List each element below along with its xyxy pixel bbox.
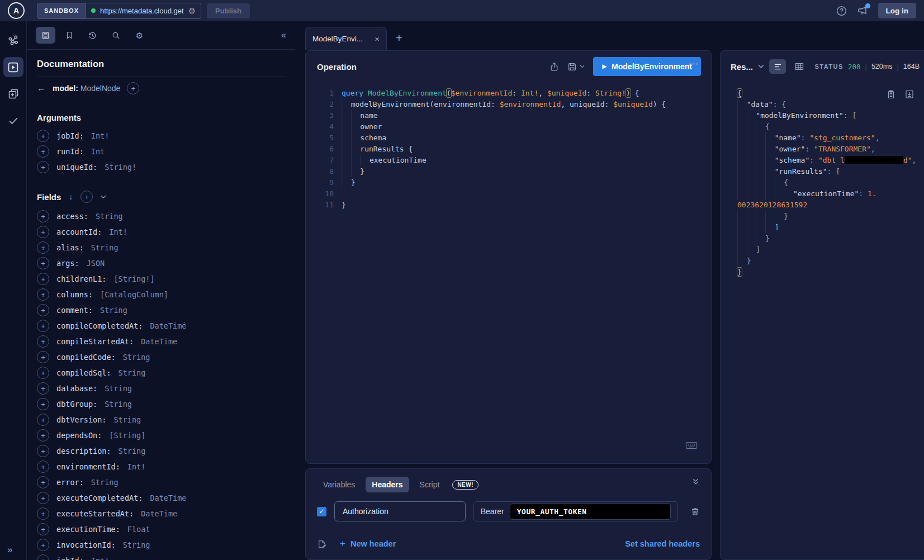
field-type-link[interactable]: Int! — [109, 227, 127, 236]
download-response-icon[interactable] — [905, 89, 914, 99]
add-field-button[interactable]: + — [37, 145, 49, 158]
save-icon[interactable] — [567, 62, 577, 72]
code-line[interactable]: 5 schema — [306, 132, 711, 144]
delete-header-icon[interactable] — [690, 507, 700, 516]
field-type-link[interactable]: Float — [127, 525, 150, 534]
field-type-link[interactable]: Int! — [91, 556, 110, 560]
response-dropdown-chevron-icon[interactable] — [758, 64, 764, 69]
raw-view-toggle-icon[interactable] — [769, 59, 786, 74]
add-field-button[interactable]: + — [37, 398, 49, 410]
code-line[interactable]: 6 runResults { — [306, 144, 711, 155]
tab-headers[interactable]: Headers — [366, 477, 409, 492]
header-enabled-checkbox[interactable]: ✓ — [317, 507, 326, 516]
bookmarks-icon[interactable] — [59, 27, 79, 44]
add-field-button[interactable]: + — [37, 414, 49, 426]
code-line[interactable]: 10 — [306, 188, 711, 200]
add-field-button[interactable]: + — [37, 273, 49, 285]
field-type-link[interactable]: String — [123, 353, 150, 362]
field-name-link[interactable]: compileStartedAt: — [56, 337, 134, 346]
tab-variables[interactable]: Variables — [317, 477, 361, 492]
schema-graph-icon[interactable] — [3, 30, 23, 50]
editor-more-icon[interactable]: ••• — [688, 60, 699, 68]
checks-icon[interactable] — [3, 111, 23, 131]
field-name-link[interactable]: error: — [56, 478, 84, 487]
field-name-link[interactable]: database: — [56, 384, 97, 393]
field-name-link[interactable]: uniqueId: — [56, 163, 97, 172]
field-name-link[interactable]: dbtVersion: — [56, 415, 106, 424]
add-field-button[interactable]: + — [37, 429, 49, 442]
help-icon[interactable] — [836, 6, 847, 16]
back-icon[interactable]: ← — [37, 83, 46, 93]
field-type-link[interactable]: String — [119, 447, 146, 455]
field-name-link[interactable]: environmentId: — [56, 462, 120, 471]
field-type-link[interactable]: Int — [91, 147, 105, 156]
collapse-bottom-panel-icon[interactable] — [691, 478, 700, 486]
field-name-link[interactable]: alias: — [56, 243, 84, 252]
field-name-link[interactable]: childrenL1: — [56, 274, 106, 283]
add-field-button[interactable]: + — [37, 523, 49, 535]
field-type-link[interactable]: Int! — [91, 131, 110, 140]
share-operation-icon[interactable] — [549, 62, 559, 72]
code-line[interactable]: 11} — [306, 200, 711, 211]
field-name-link[interactable]: description: — [56, 447, 111, 455]
field-type-link[interactable]: DateTime — [150, 493, 186, 502]
field-type-link[interactable]: JSON — [87, 259, 105, 268]
field-name-link[interactable]: jobId: — [56, 131, 84, 140]
field-name-link[interactable]: comment: — [56, 306, 93, 315]
add-field-button[interactable]: + — [37, 507, 49, 520]
copy-response-icon[interactable] — [887, 89, 895, 99]
explorer-settings-icon[interactable]: ⚙ — [130, 27, 149, 44]
run-operation-button[interactable]: ▶ ModelByEnvironment — [593, 57, 701, 76]
add-field-button[interactable]: + — [37, 461, 49, 473]
add-all-fields-button[interactable]: + — [80, 191, 93, 203]
field-name-link[interactable]: executeCompletedAt: — [56, 493, 143, 502]
field-type-link[interactable]: String — [100, 306, 127, 315]
field-name-link[interactable]: dependsOn: — [56, 431, 102, 440]
add-field-button[interactable]: + — [37, 367, 49, 379]
field-type-link[interactable]: String — [91, 478, 119, 487]
field-type-link[interactable]: String — [105, 384, 132, 393]
add-field-button[interactable]: + — [37, 351, 49, 363]
save-operation-group[interactable] — [567, 62, 585, 72]
publish-button[interactable]: Publish — [207, 3, 250, 18]
field-name-link[interactable]: invocationId: — [56, 540, 116, 549]
field-type-link[interactable]: String — [91, 243, 119, 252]
code-line[interactable]: 9 } — [306, 177, 711, 188]
add-field-button[interactable]: + — [37, 492, 49, 504]
explorer-icon[interactable] — [3, 57, 23, 77]
set-shared-headers-button[interactable]: Set shared headers — [625, 539, 700, 548]
field-type-link[interactable]: [String!] — [113, 274, 154, 283]
add-field-button[interactable]: + — [37, 382, 49, 395]
field-name-link[interactable]: access: — [56, 212, 88, 221]
field-type-link[interactable]: String — [123, 540, 150, 549]
field-type-link[interactable]: String — [105, 400, 132, 409]
field-name-link[interactable]: compiledSql: — [56, 368, 111, 377]
field-type-link[interactable]: DateTime — [141, 337, 177, 346]
add-field-button[interactable]: + — [37, 554, 49, 560]
field-type-link[interactable]: String — [119, 368, 146, 377]
add-field-button[interactable]: + — [37, 130, 49, 142]
field-type-link[interactable]: DateTime — [150, 321, 186, 330]
add-field-button[interactable]: + — [37, 288, 49, 301]
add-field-button[interactable]: + — [37, 304, 49, 316]
announcements-icon[interactable] — [857, 6, 868, 16]
field-name-link[interactable]: columns: — [56, 290, 93, 299]
response-body[interactable]: { "data": { "modelByEnvironment": [ { "n… — [721, 82, 924, 559]
add-field-button[interactable]: + — [37, 226, 49, 238]
response-panel-title[interactable]: Res... — [731, 62, 753, 72]
operation-collections-icon[interactable] — [3, 84, 23, 104]
header-key-input[interactable]: Authorization — [334, 501, 466, 521]
add-field-button[interactable]: + — [37, 335, 49, 348]
code-line[interactable]: 2 modelByEnvironment(environmentId: $env… — [306, 99, 711, 110]
add-field-button[interactable]: + — [37, 210, 49, 222]
field-name-link[interactable]: executeStartedAt: — [56, 509, 134, 518]
close-tab-icon[interactable]: × — [375, 35, 380, 43]
auth-token-field[interactable]: YOUR_AUTH_TOKEN — [510, 504, 671, 520]
operation-editor[interactable]: 1query ModelByEnvironment($environmentId… — [306, 82, 711, 463]
field-name-link[interactable]: compiledCode: — [56, 353, 116, 362]
field-name-link[interactable]: args: — [56, 259, 79, 268]
field-name-link[interactable]: dbtGroup: — [56, 400, 97, 409]
expand-rail-icon[interactable]: » — [7, 544, 12, 556]
new-tab-button[interactable]: + — [396, 32, 402, 50]
sort-fields-icon[interactable]: ↓ — [69, 192, 73, 201]
